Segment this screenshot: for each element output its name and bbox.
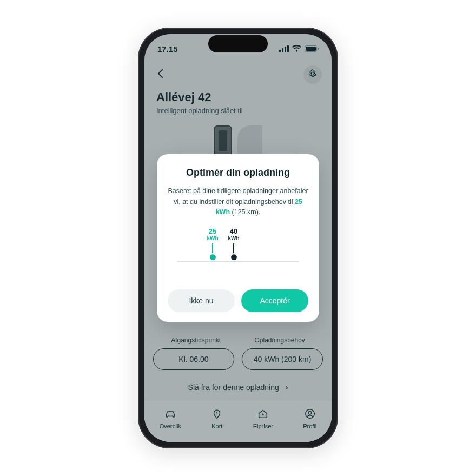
optimize-modal: Optimér din opladning Baseret på dine ti… (157, 154, 319, 321)
slider-mark-current: 40 kWh (224, 228, 243, 260)
modal-actions: Ikke nu Acceptér (168, 289, 308, 312)
cur-value: 40 (224, 228, 243, 235)
app-screen: 17.15 (144, 34, 332, 442)
rec-unit: kWh (203, 235, 222, 241)
slider-mark-recommended: 25 kWh (203, 228, 222, 260)
modal-overlay[interactable]: Optimér din opladning Baseret på dine ti… (144, 34, 332, 442)
modal-title: Optimér din opladning (168, 167, 308, 178)
cur-unit: kWh (224, 235, 243, 241)
rec-value: 25 (203, 228, 222, 235)
decline-button[interactable]: Ikke nu (168, 289, 235, 312)
phone-frame: 17.15 (138, 28, 338, 448)
modal-body: Baseret på dine tidligere opladninger an… (168, 186, 308, 217)
modal-body-suffix: (125 km). (230, 208, 260, 216)
recommendation-slider[interactable]: 25 kWh 40 kWh (168, 228, 308, 276)
slider-track (177, 261, 299, 262)
accept-button[interactable]: Acceptér (241, 289, 308, 312)
dynamic-island (208, 35, 268, 52)
modal-body-prefix: Baseret på dine tidligere opladninger an… (168, 187, 308, 205)
